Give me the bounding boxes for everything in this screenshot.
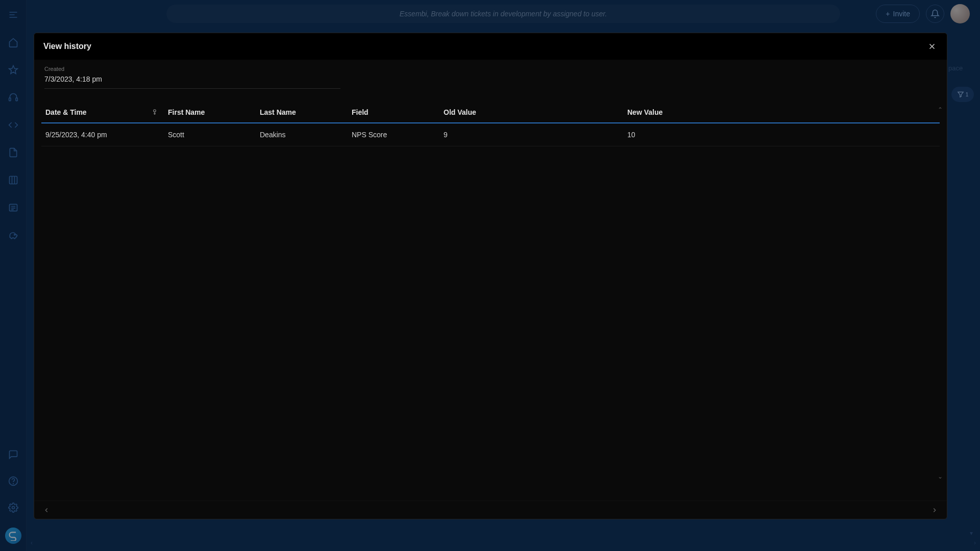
- prev-page-button[interactable]: [41, 505, 52, 515]
- chevron-right-icon: [931, 507, 938, 514]
- svg-point-8: [154, 110, 156, 112]
- created-label: Created: [44, 66, 937, 72]
- cell-first-name: Scott: [164, 123, 256, 146]
- view-history-modal: View history Created 7/3/2023, 4:18 pm ⌃…: [34, 33, 947, 519]
- modal-title: View history: [43, 42, 91, 51]
- cell-last-name: Deakins: [256, 123, 348, 146]
- table-row[interactable]: 9/25/2023, 4:40 pm Scott Deakins NPS Sco…: [41, 123, 940, 146]
- close-button[interactable]: [926, 41, 938, 52]
- close-icon: [927, 42, 937, 51]
- history-table: Date & Time First Name Last Name Field O…: [41, 103, 940, 146]
- chevron-left-icon: [43, 507, 50, 514]
- modal-footer: [34, 500, 947, 519]
- cell-old-value: 9: [439, 123, 623, 146]
- sort-descending-icon[interactable]: [151, 108, 159, 116]
- table-header-row: Date & Time First Name Last Name Field O…: [41, 103, 940, 123]
- created-field: Created 7/3/2023, 4:18 pm: [34, 60, 947, 89]
- col-header-last-name[interactable]: Last Name: [256, 103, 348, 123]
- cell-field: NPS Score: [348, 123, 439, 146]
- scroll-down-chevron-icon[interactable]: ⌄: [938, 473, 943, 480]
- next-page-button[interactable]: [929, 505, 940, 515]
- history-table-container: ⌃ Date & Time First Name Last Name Field: [34, 89, 947, 500]
- col-header-field[interactable]: Field: [348, 103, 439, 123]
- col-header-date-time[interactable]: Date & Time: [41, 103, 164, 123]
- cell-date-time: 9/25/2023, 4:40 pm: [41, 123, 164, 146]
- cell-new-value: 10: [623, 123, 940, 146]
- col-header-label: Date & Time: [45, 108, 87, 116]
- created-value: 7/3/2023, 4:18 pm: [44, 75, 340, 89]
- col-header-old-value[interactable]: Old Value: [439, 103, 623, 123]
- col-header-new-value[interactable]: New Value: [623, 103, 940, 123]
- col-header-first-name[interactable]: First Name: [164, 103, 256, 123]
- modal-header: View history: [34, 33, 947, 60]
